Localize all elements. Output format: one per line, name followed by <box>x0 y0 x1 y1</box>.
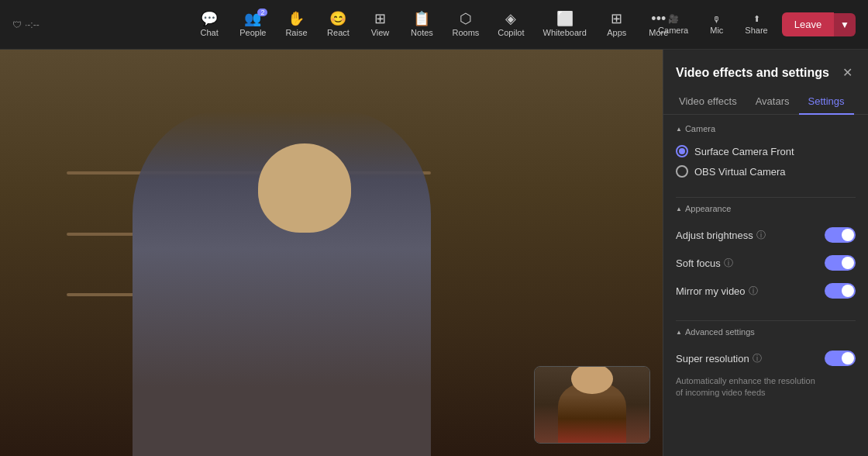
panel-header: Video effects and settings ✕ <box>663 50 868 89</box>
react-icon: 😊 <box>329 12 346 26</box>
rooms-icon: ⬡ <box>460 12 472 26</box>
chat-label: Chat <box>201 28 219 37</box>
apps-label: Apps <box>607 28 626 37</box>
notes-icon: 📋 <box>413 12 430 26</box>
share-label: Share <box>745 26 767 35</box>
toolbar-item-people[interactable]: 👥 People 2 <box>232 7 274 42</box>
call-timer: ·-:-- <box>25 19 40 30</box>
appearance-section-label: Appearance <box>676 204 856 213</box>
mirror-toggle[interactable] <box>825 283 856 299</box>
tab-video-effects[interactable]: Video effects <box>670 89 746 115</box>
radio-obs <box>676 165 688 178</box>
leave-label: Leave <box>794 19 822 30</box>
person-head <box>258 143 351 233</box>
advanced-section-label: Advanced settings <box>676 327 856 337</box>
toolbar-center: 💬 Chat 👥 People 2 ✋ Raise 😊 React ⊞ <box>190 7 678 42</box>
toolbar-right: 🎥 Camera 🎙 Mic ⬆ Share Leave ▼ <box>650 9 856 40</box>
chat-icon: 💬 <box>201 12 218 26</box>
pip-person <box>535 367 649 443</box>
advanced-section: Advanced settings Super resolution ⓘ Aut… <box>676 327 856 399</box>
mirror-info-icon[interactable]: ⓘ <box>749 285 758 298</box>
brightness-label: Adjust brightness ⓘ <box>676 229 766 242</box>
copilot-label: Copilot <box>498 28 524 37</box>
appearance-section: Appearance Adjust brightness ⓘ <box>676 204 856 305</box>
soft-focus-row: Soft focus ⓘ <box>676 249 856 277</box>
super-res-description: Automatically enhance the resolution of … <box>676 375 856 399</box>
toolbar-item-rooms[interactable]: ⬡ Rooms <box>444 7 487 42</box>
panel-tabs: Video effects Avatars Settings <box>663 89 868 115</box>
toolbar-item-view[interactable]: ⊞ View <box>360 7 399 42</box>
mirror-toggle-knob <box>842 285 854 297</box>
tab-avatars[interactable]: Avatars <box>746 89 799 115</box>
share-icon: ⬆ <box>753 14 760 24</box>
divider-1 <box>676 197 856 198</box>
react-label: React <box>327 28 350 37</box>
camera-icon: 🎥 <box>668 14 679 24</box>
whiteboard-label: Whiteboard <box>543 28 587 37</box>
copilot-icon: ◈ <box>505 12 516 26</box>
surface-camera-label: Surface Camera Front <box>694 146 794 157</box>
panel-content: Camera Surface Camera Front OBS Virtual … <box>663 115 868 456</box>
mic-button[interactable]: 🎙 Mic <box>702 10 731 40</box>
soft-focus-info-icon[interactable]: ⓘ <box>724 257 733 270</box>
share-button[interactable]: ⬆ Share <box>737 9 775 40</box>
app-container: 🛡 ·-:-- 💬 Chat 👥 People 2 ✋ Raise 😊 <box>0 0 868 456</box>
camera-label: Camera <box>658 26 688 35</box>
leave-button[interactable]: Leave <box>782 12 834 36</box>
super-res-label: Super resolution ⓘ <box>676 352 762 365</box>
pip-video <box>534 366 650 444</box>
radio-surface <box>676 145 688 157</box>
super-res-info-icon[interactable]: ⓘ <box>753 352 762 365</box>
leave-chevron-button[interactable]: ▼ <box>834 13 856 36</box>
toolbar-left: 🛡 ·-:-- <box>12 19 40 30</box>
video-area <box>0 50 663 456</box>
mirror-row: Mirror my video ⓘ <box>676 277 856 305</box>
toolbar-item-chat[interactable]: 💬 Chat <box>190 7 229 42</box>
super-res-toggle-knob <box>842 352 854 364</box>
rooms-label: Rooms <box>452 28 479 37</box>
mirror-label: Mirror my video ⓘ <box>676 285 758 298</box>
brightness-row: Adjust brightness ⓘ <box>676 221 856 249</box>
main-content: Video effects and settings ✕ Video effec… <box>0 50 868 456</box>
brightness-info-icon[interactable]: ⓘ <box>756 229 766 242</box>
camera-option-surface[interactable]: Surface Camera Front <box>676 141 856 161</box>
soft-focus-label: Soft focus ⓘ <box>676 257 733 270</box>
soft-focus-toggle-knob <box>842 257 854 269</box>
tab-settings[interactable]: Settings <box>799 89 854 115</box>
leave-button-group: Leave ▼ <box>782 12 856 36</box>
panel-title: Video effects and settings <box>676 66 829 80</box>
obs-camera-label: OBS Virtual Camera <box>694 166 786 178</box>
notes-label: Notes <box>411 28 433 37</box>
camera-section-label: Camera <box>676 124 856 133</box>
brightness-toggle-knob <box>842 229 854 241</box>
view-icon: ⊞ <box>374 12 386 26</box>
chevron-down-icon: ▼ <box>840 19 849 30</box>
raise-icon: ✋ <box>288 12 305 26</box>
mic-label: Mic <box>710 26 723 35</box>
toolbar-item-raise[interactable]: ✋ Raise <box>277 7 315 42</box>
close-panel-button[interactable]: ✕ <box>839 62 856 83</box>
people-badge: 2 <box>257 9 267 16</box>
apps-icon: ⊞ <box>611 12 622 26</box>
toolbar-item-apps[interactable]: ⊞ Apps <box>598 7 636 42</box>
divider-2 <box>676 320 856 321</box>
super-res-row: Super resolution ⓘ <box>676 344 856 372</box>
toolbar-item-react[interactable]: 😊 React <box>319 7 357 42</box>
whiteboard-icon: ⬜ <box>556 12 574 26</box>
view-label: View <box>371 28 390 37</box>
camera-section: Camera Surface Camera Front OBS Virtual … <box>676 124 856 181</box>
raise-label: Raise <box>285 28 307 37</box>
mic-icon: 🎙 <box>712 15 721 24</box>
soft-focus-toggle[interactable] <box>825 255 856 271</box>
toolbar-item-notes[interactable]: 📋 Notes <box>402 7 441 42</box>
shield-icon: 🛡 <box>12 19 22 30</box>
toolbar: 🛡 ·-:-- 💬 Chat 👥 People 2 ✋ Raise 😊 <box>0 0 868 50</box>
toolbar-item-whiteboard[interactable]: ⬜ Whiteboard <box>536 7 594 42</box>
side-panel: Video effects and settings ✕ Video effec… <box>663 50 868 456</box>
people-label: People <box>239 28 266 37</box>
super-res-toggle[interactable] <box>825 351 856 366</box>
camera-button[interactable]: 🎥 Camera <box>650 9 696 40</box>
camera-option-obs[interactable]: OBS Virtual Camera <box>676 161 856 181</box>
toolbar-item-copilot[interactable]: ◈ Copilot <box>490 7 532 42</box>
brightness-toggle[interactable] <box>825 227 856 243</box>
